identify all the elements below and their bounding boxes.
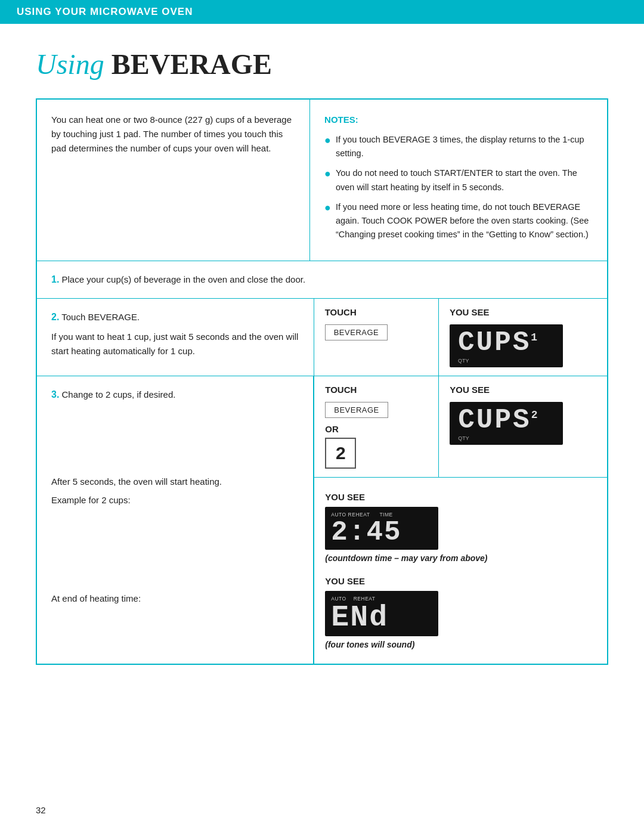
step2-sub-text: If you want to heat 1 cup, just wait 5 s… [51, 330, 299, 358]
step1-number: 1. [51, 274, 59, 284]
step3-lcd-sup: 2 [531, 409, 540, 421]
note-text-2: You do not need to touch START/ENTER to … [336, 166, 593, 194]
you-see-label-2: YOU SEE [325, 576, 596, 586]
step2-number: 2. [51, 312, 59, 322]
step2-lcd-display: CUPS1 QTY [450, 324, 563, 367]
step2-right: TOUCH BEVERAGE YOU SEE CUPS1 QTY [314, 299, 607, 376]
step3-touch-header: TOUCH [325, 385, 357, 395]
step2-main-text: Touch BEVERAGE. [61, 312, 140, 322]
end-section: YOU SEE AUTO REHEAT ENd (four tones will… [314, 575, 607, 664]
intro-right: NOTES: ● If you touch BEVERAGE 3 times, … [310, 100, 607, 261]
timer-section: YOU SEE AUTO REHEAT TIME 2:45 (countdown… [314, 486, 607, 575]
timer-caption: (countdown time – may vary from above) [325, 553, 596, 563]
step2-row: 2. Touch BEVERAGE. If you want to heat 1… [37, 299, 607, 376]
main-section: You can heat one or two 8-ounce (227 g) … [36, 98, 608, 665]
step2-lcd-text: CUPS1 [458, 329, 555, 357]
lcd-timer: AUTO REHEAT TIME 2:45 [325, 507, 438, 550]
page-title: Using BEVERAGE [36, 48, 608, 80]
lcd-end-text: ENd [331, 603, 432, 633]
bottom-see-section: YOU SEE AUTO REHEAT TIME 2:45 (countdown… [314, 478, 607, 664]
step3-left: 3. Change to 2 cups, if desired. After 5… [37, 376, 314, 664]
lcd-end: AUTO REHEAT ENd [325, 591, 438, 636]
note-text-3: If you need more or less heating time, d… [336, 200, 593, 242]
page-content: Using BEVERAGE You can heat one or two 8… [0, 24, 644, 701]
step2-beverage-button[interactable]: BEVERAGE [325, 324, 388, 340]
note-item-3: ● If you need more or less heating time,… [324, 200, 593, 242]
step3-or-text: OR [325, 424, 339, 434]
step3-touch-see: TOUCH BEVERAGE OR 2 YOU SEE CUPS2 QTY [314, 376, 607, 478]
step3-lcd-text: CUPS2 [458, 407, 555, 434]
step3-lcd-qty: QTY [458, 435, 555, 441]
step2-lcd-qty: QTY [458, 358, 555, 364]
step3-right: TOUCH BEVERAGE OR 2 YOU SEE CUPS2 QTY [314, 376, 607, 664]
note-item-2: ● You do not need to touch START/ENTER t… [324, 166, 593, 194]
intro-row: You can heat one or two 8-ounce (227 g) … [37, 100, 607, 261]
you-see-label-1: YOU SEE [325, 492, 596, 502]
note-bullet-2: ● [324, 166, 331, 181]
notes-title: NOTES: [324, 113, 593, 127]
note-text-1: If you touch BEVERAGE 3 times, the displ… [336, 133, 593, 160]
step1-row: 1. Place your cup(s) of beverage in the … [37, 261, 607, 299]
step2-left: 2. Touch BEVERAGE. If you want to heat 1… [37, 299, 314, 376]
page-number: 32 [36, 805, 46, 815]
intro-left: You can heat one or two 8-ounce (227 g) … [37, 100, 310, 261]
step3-lcd-display: CUPS2 QTY [450, 402, 563, 445]
title-using: Using [36, 48, 104, 80]
step2-touch-header: TOUCH [325, 307, 357, 317]
lcd-timer-text: 2:45 [331, 519, 432, 546]
note-item-1: ● If you touch BEVERAGE 3 times, the dis… [324, 133, 593, 160]
header-title: USING YOUR MICROWAVE OVEN [17, 6, 193, 18]
step1-text: Place your cup(s) of beverage in the ove… [62, 274, 306, 284]
bottom-end-text: At end of heating time: [51, 592, 299, 606]
step2-touch-see: TOUCH BEVERAGE YOU SEE CUPS1 QTY [314, 299, 607, 376]
step2-touch-col: TOUCH BEVERAGE [314, 299, 439, 376]
step3-text: Change to 2 cups, if desired. [62, 389, 176, 400]
step3-row: 3. Change to 2 cups, if desired. After 5… [37, 376, 607, 664]
title-beverage: BEVERAGE [112, 48, 272, 80]
step3-num-box[interactable]: 2 [325, 438, 356, 469]
step2-see-header: YOU SEE [450, 307, 490, 317]
header-bar: USING YOUR MICROWAVE OVEN [0, 0, 644, 24]
bottom-heat-text: After 5 seconds, the oven will start hea… [51, 474, 299, 508]
note-bullet-3: ● [324, 200, 331, 215]
step2-lcd-sup: 1 [531, 332, 539, 343]
step3-beverage-button[interactable]: BEVERAGE [325, 402, 388, 418]
intro-left-text: You can heat one or two 8-ounce (227 g) … [51, 114, 292, 153]
step3-touch-col: TOUCH BEVERAGE OR 2 [314, 376, 439, 477]
step3-see-col: YOU SEE CUPS2 QTY [439, 376, 607, 477]
step3-number: 3. [51, 389, 59, 400]
note-bullet-1: ● [324, 133, 331, 148]
step3-see-header: YOU SEE [450, 385, 490, 395]
step2-see-col: YOU SEE CUPS1 QTY [439, 299, 607, 376]
end-caption: (four tones will sound) [325, 640, 596, 649]
